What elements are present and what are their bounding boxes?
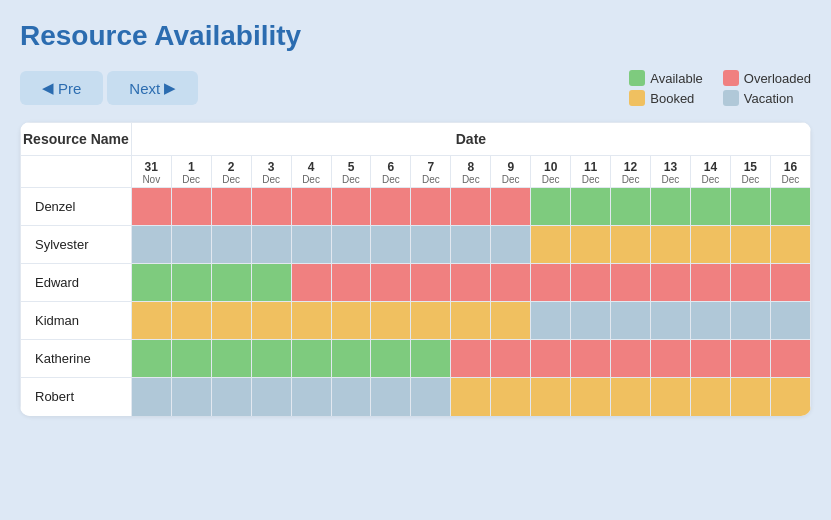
availability-cell bbox=[371, 226, 411, 264]
availability-cell bbox=[491, 264, 531, 302]
availability-cell bbox=[531, 188, 571, 226]
availability-cell bbox=[611, 302, 651, 340]
availability-cell bbox=[451, 378, 491, 416]
availability-cell bbox=[611, 378, 651, 416]
date-headers: 31Nov1Dec2Dec3Dec4Dec5Dec6Dec7Dec8Dec9De… bbox=[21, 156, 811, 188]
availability-cell bbox=[491, 340, 531, 378]
availability-cell bbox=[690, 302, 730, 340]
availability-cell bbox=[291, 302, 331, 340]
availability-cell bbox=[331, 188, 371, 226]
resource-name-cell: Sylvester bbox=[21, 226, 132, 264]
availability-cell bbox=[571, 188, 611, 226]
table-row: Sylvester bbox=[21, 226, 811, 264]
pre-arrow-icon: ◀ bbox=[42, 79, 54, 97]
pre-label: Pre bbox=[58, 80, 81, 97]
availability-cell bbox=[331, 264, 371, 302]
availability-cell bbox=[491, 226, 531, 264]
availability-cell bbox=[531, 340, 571, 378]
availability-cell bbox=[730, 188, 770, 226]
availability-cell bbox=[690, 188, 730, 226]
availability-cell bbox=[131, 302, 171, 340]
availability-cell bbox=[411, 378, 451, 416]
availability-cell bbox=[411, 302, 451, 340]
availability-cell bbox=[211, 302, 251, 340]
legend-label-available: Available bbox=[650, 71, 703, 86]
pre-button[interactable]: ◀ Pre bbox=[20, 71, 103, 105]
availability-cell bbox=[690, 264, 730, 302]
availability-cell bbox=[171, 340, 211, 378]
availability-cell bbox=[451, 264, 491, 302]
availability-cell bbox=[770, 226, 810, 264]
availability-cell bbox=[131, 188, 171, 226]
empty-corner bbox=[21, 156, 132, 188]
availability-cell bbox=[451, 340, 491, 378]
availability-cell bbox=[611, 264, 651, 302]
date-col-1: 1Dec bbox=[171, 156, 211, 188]
legend-label-vacation: Vacation bbox=[744, 91, 794, 106]
availability-cell bbox=[251, 264, 291, 302]
next-label: Next bbox=[129, 80, 160, 97]
availability-cell bbox=[730, 302, 770, 340]
resource-name-cell: Kidman bbox=[21, 302, 132, 340]
availability-cell bbox=[371, 340, 411, 378]
date-header: Date bbox=[131, 123, 810, 156]
availability-cell bbox=[211, 264, 251, 302]
availability-cell bbox=[531, 302, 571, 340]
availability-cell bbox=[651, 340, 691, 378]
table-row: Kidman bbox=[21, 302, 811, 340]
availability-cell bbox=[291, 264, 331, 302]
availability-cell bbox=[371, 302, 411, 340]
date-col-7: 7Dec bbox=[411, 156, 451, 188]
availability-cell bbox=[730, 264, 770, 302]
legend-item-booked: Booked bbox=[629, 90, 703, 106]
date-col-10: 10Dec bbox=[531, 156, 571, 188]
availability-cell bbox=[451, 188, 491, 226]
availability-cell bbox=[131, 264, 171, 302]
next-arrow-icon: ▶ bbox=[164, 79, 176, 97]
availability-cell bbox=[211, 226, 251, 264]
resource-name-cell: Katherine bbox=[21, 340, 132, 378]
availability-cell bbox=[651, 302, 691, 340]
date-col-16: 16Dec bbox=[770, 156, 810, 188]
availability-cell bbox=[411, 340, 451, 378]
availability-cell bbox=[411, 226, 451, 264]
availability-table-container: Resource Name Date 31Nov1Dec2Dec3Dec4Dec… bbox=[20, 122, 811, 416]
resource-name-header: Resource Name bbox=[21, 123, 132, 156]
availability-cell bbox=[171, 226, 211, 264]
legend-label-overloaded: Overloaded bbox=[744, 71, 811, 86]
table-row: Denzel bbox=[21, 188, 811, 226]
availability-cell bbox=[730, 226, 770, 264]
availability-cell bbox=[571, 378, 611, 416]
next-button[interactable]: Next ▶ bbox=[107, 71, 198, 105]
availability-cell bbox=[730, 340, 770, 378]
availability-cell bbox=[211, 378, 251, 416]
availability-cell bbox=[571, 340, 611, 378]
availability-cell bbox=[171, 302, 211, 340]
availability-cell bbox=[451, 302, 491, 340]
availability-cell bbox=[411, 264, 451, 302]
legend-item-overloaded: Overloaded bbox=[723, 70, 811, 86]
availability-cell bbox=[171, 264, 211, 302]
nav-buttons: ◀ Pre Next ▶ bbox=[20, 71, 198, 105]
column-headers: Resource Name Date bbox=[21, 123, 811, 156]
availability-cell bbox=[690, 378, 730, 416]
availability-cell bbox=[251, 340, 291, 378]
availability-cell bbox=[171, 378, 211, 416]
date-col-0: 31Nov bbox=[131, 156, 171, 188]
availability-cell bbox=[251, 378, 291, 416]
availability-cell bbox=[171, 188, 211, 226]
availability-cell bbox=[331, 226, 371, 264]
date-col-15: 15Dec bbox=[730, 156, 770, 188]
availability-cell bbox=[611, 226, 651, 264]
availability-cell bbox=[531, 226, 571, 264]
availability-cell bbox=[131, 226, 171, 264]
availability-cell bbox=[770, 378, 810, 416]
availability-cell bbox=[571, 302, 611, 340]
availability-cell bbox=[730, 378, 770, 416]
availability-cell bbox=[611, 188, 651, 226]
date-col-11: 11Dec bbox=[571, 156, 611, 188]
availability-cell bbox=[131, 378, 171, 416]
availability-cell bbox=[411, 188, 451, 226]
legend-color-vacation bbox=[723, 90, 739, 106]
availability-cell bbox=[651, 378, 691, 416]
